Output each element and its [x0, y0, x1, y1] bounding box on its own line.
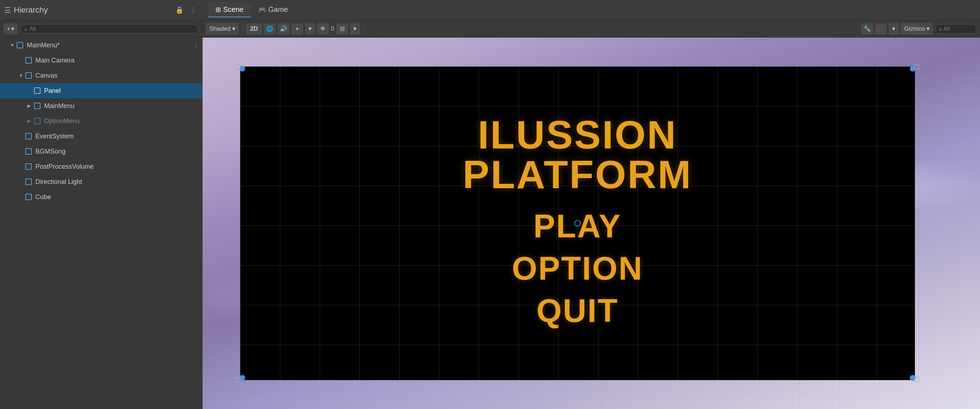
- fx-icon: ✦: [295, 26, 299, 32]
- game-title-line1: ILUSSION: [463, 115, 692, 155]
- layers-icon: ⊟: [340, 25, 345, 32]
- hierarchy-item-postprocessvolume[interactable]: ▶ PostProcessVolume: [0, 159, 202, 174]
- hierarchy-item-label-mainmenu: MainMenu*: [27, 41, 60, 49]
- more-icon-btn[interactable]: ⋮: [188, 5, 198, 15]
- hierarchy-content: ▼ MainMenu* ⋮ ▶ Main Camera ▼ Canvas ▶: [0, 38, 202, 409]
- gizmos-right: 🔧 🎥 ▾ Gizmos ▾ ⌕: [861, 23, 976, 34]
- hierarchy-item-label-postprocessvolume: PostProcessVolume: [35, 163, 94, 171]
- hierarchy-item-bgmsong[interactable]: ▶ BGMSong: [0, 144, 202, 159]
- expand-arrow-optionmenu: ▶: [27, 119, 33, 124]
- hierarchy-item-label-canvas: Canvas: [35, 72, 57, 79]
- expand-arrow-canvas: ▼: [19, 73, 24, 78]
- game-title-line2: PLATFORM: [463, 155, 692, 194]
- hierarchy-item-label-maincamera: Main Camera: [35, 57, 75, 64]
- hierarchy-item-label-optionmenu: OptionMenu: [44, 117, 80, 125]
- hierarchy-item-mainmenu-obj[interactable]: ▶ MainMenu: [0, 98, 202, 113]
- gizmos-dropdown[interactable]: Gizmos ▾: [901, 23, 933, 34]
- fx-dropdown[interactable]: ▾: [305, 23, 315, 34]
- scene-viewport: ILUSSION PLATFORM PLAY OPTION QUIT ◇ ◇: [202, 38, 980, 409]
- tab-game-label: Game: [268, 5, 288, 14]
- more-options-mainmenu[interactable]: ⋮: [193, 41, 199, 49]
- audio-icon: 🔊: [280, 25, 287, 32]
- scene-search-box[interactable]: ⌕: [935, 24, 976, 33]
- hierarchy-item-directionallight[interactable]: ▶ Directional Light: [0, 174, 202, 189]
- cube-icon-eventsystem: [25, 133, 32, 140]
- camera-dropdown[interactable]: ▾: [889, 23, 899, 34]
- hierarchy-item-canvas[interactable]: ▼ Canvas: [0, 68, 202, 83]
- scene-area: Shaded ▾ 2D 🌐 🔊 ✦ ▾ 👁: [202, 20, 980, 409]
- camera-dropdown-arrow: ▾: [892, 25, 896, 33]
- wrench-icon: 🔧: [864, 25, 871, 32]
- globe-icon-btn[interactable]: 🌐: [264, 24, 275, 34]
- hierarchy-item-mainmenu[interactable]: ▼ MainMenu* ⋮: [0, 38, 202, 53]
- center-handle-dot: [574, 220, 581, 227]
- hamburger-icon: ☰: [4, 6, 11, 14]
- hierarchy-item-label-mainmenu-obj: MainMenu: [44, 102, 75, 110]
- scene-grid-icon: ⊞: [216, 6, 221, 14]
- hierarchy-header: ☰ Hierarchy 🔒 ⋮: [0, 0, 202, 20]
- game-controller-icon: 🎮: [258, 6, 266, 14]
- scene-toolbar-row: Shaded ▾ 2D 🌐 🔊 ✦ ▾ 👁: [202, 20, 980, 38]
- hierarchy-title: Hierarchy: [14, 5, 48, 15]
- shading-dropdown[interactable]: Shaded ▾: [206, 23, 239, 34]
- cube-icon-postprocessvolume: [25, 163, 32, 170]
- cube-icon-directionallight: [25, 179, 32, 185]
- hierarchy-item-label-eventsystem: EventSystem: [35, 133, 74, 140]
- layers-icon-btn[interactable]: ⊟: [336, 24, 348, 34]
- expand-arrow-mainmenu: ▼: [10, 43, 15, 48]
- shading-arrow-icon: ▾: [232, 25, 235, 33]
- tab-game[interactable]: 🎮 Game: [251, 3, 295, 17]
- game-menu-option: OPTION: [512, 247, 643, 290]
- layers-dropdown[interactable]: ▾: [350, 23, 360, 34]
- add-button[interactable]: + ▾: [4, 24, 18, 34]
- tab-scene-label: Scene: [223, 5, 244, 14]
- hierarchy-panel: + ▾ ⌕ ▼ MainMenu* ⋮ ▶ Main Camera: [0, 20, 202, 409]
- layers-dropdown-arrow: ▾: [353, 25, 356, 33]
- cube-icon-bgmsong: [25, 148, 32, 155]
- tab-scene[interactable]: ⊞ Scene: [208, 3, 251, 17]
- fx-icon-btn[interactable]: ✦: [291, 24, 303, 34]
- globe-icon: 🌐: [266, 25, 274, 32]
- expand-arrow-mainmenu-obj: ▶: [27, 103, 33, 108]
- cube-icon-panel: [34, 87, 40, 94]
- hierarchy-item-maincamera[interactable]: ▶ Main Camera: [0, 53, 202, 68]
- game-canvas: ILUSSION PLATFORM PLAY OPTION QUIT: [240, 67, 915, 380]
- cube-icon-optionmenu: [34, 118, 40, 124]
- plus-icon: +: [7, 25, 10, 32]
- toolbar-sep-1: [242, 24, 243, 33]
- wrench-icon-btn[interactable]: 🔧: [861, 24, 873, 34]
- hierarchy-search-input[interactable]: [29, 25, 194, 32]
- cube-icon-mainmenu-obj: [34, 103, 40, 109]
- eye-icon: 👁: [320, 25, 326, 32]
- audio-icon-btn[interactable]: 🔊: [278, 24, 289, 34]
- hierarchy-item-optionmenu[interactable]: ▶ OptionMenu: [0, 113, 202, 128]
- cube-icon-cube: [25, 193, 32, 200]
- camera-icon-btn[interactable]: 🎥: [875, 24, 887, 34]
- hierarchy-item-label-directionallight: Directional Light: [35, 178, 82, 186]
- hierarchy-item-panel[interactable]: ▶ Panel: [0, 83, 202, 98]
- hierarchy-item-label-bgmsong: BGMSong: [35, 148, 65, 155]
- overlay-count: 0: [331, 25, 334, 32]
- two-d-button[interactable]: 2D: [246, 24, 262, 34]
- scene-search-input[interactable]: [943, 25, 972, 32]
- hierarchy-item-eventsystem[interactable]: ▶ EventSystem: [0, 128, 202, 144]
- hierarchy-item-cube[interactable]: ▶ Cube: [0, 189, 202, 204]
- hierarchy-search-box[interactable]: ⌕: [20, 24, 199, 33]
- top-bar: ☰ Hierarchy 🔒 ⋮ ⊞ Scene 🎮 Game: [0, 0, 980, 20]
- gizmos-label: Gizmos: [904, 25, 925, 33]
- scene-game-bar: ⊞ Scene 🎮 Game: [202, 0, 980, 20]
- game-title: ILUSSION PLATFORM: [463, 115, 692, 194]
- eye-icon-btn[interactable]: 👁: [317, 24, 329, 34]
- hierarchy-item-label-panel: Panel: [44, 87, 61, 95]
- hierarchy-item-label-cube: Cube: [35, 193, 51, 201]
- scene-search-icon: ⌕: [939, 26, 942, 32]
- add-dropdown-arrow: ▾: [11, 25, 14, 32]
- fx-dropdown-arrow: ▾: [309, 25, 312, 33]
- main-content: + ▾ ⌕ ▼ MainMenu* ⋮ ▶ Main Camera: [0, 20, 980, 409]
- search-icon: ⌕: [24, 26, 27, 32]
- toolbar-sep-2: [363, 24, 364, 33]
- lock-icon-btn[interactable]: 🔒: [174, 5, 185, 15]
- cube-icon-maincamera: [25, 57, 32, 63]
- hierarchy-toolbar: + ▾ ⌕: [0, 20, 202, 38]
- cube-icon-canvas: [25, 72, 32, 79]
